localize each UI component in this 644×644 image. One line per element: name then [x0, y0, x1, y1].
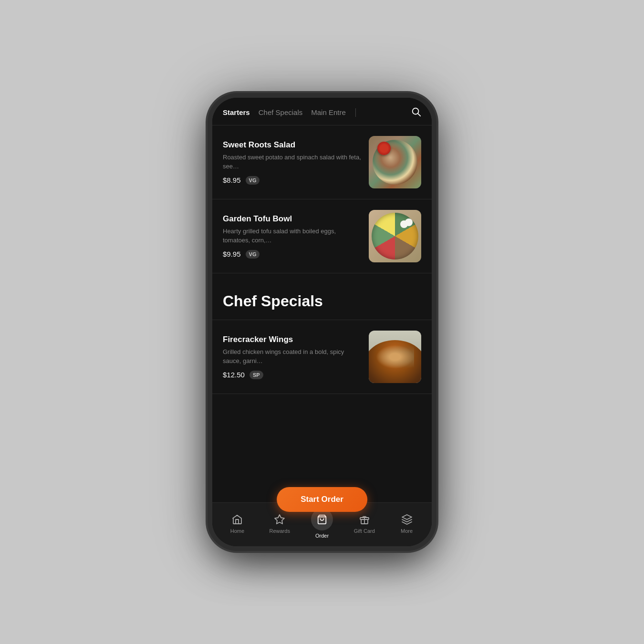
bottom-nav-item-home[interactable]: Home [223, 513, 251, 534]
item-description: Hearty grilled tofu salad with boiled eg… [223, 227, 361, 245]
bottom-spacer [212, 394, 432, 432]
wings-image-art [369, 331, 421, 383]
item-name: Firecracker Wings [223, 335, 361, 344]
bowl-image-art [369, 210, 421, 262]
item-price: $9.95 [223, 250, 241, 258]
bottom-nav-item-order[interactable]: Order [308, 509, 336, 539]
svg-marker-6 [402, 515, 412, 519]
layers-icon [401, 513, 413, 526]
gift-card-label: Gift Card [354, 528, 375, 534]
more-label: More [401, 528, 413, 534]
menu-item-firecracker-wings: Firecracker Wings Grilled chicken wings … [212, 320, 432, 394]
bottom-nav-item-gift-card[interactable]: Gift Card [350, 513, 379, 534]
search-icon [411, 106, 421, 117]
item-image-bowl[interactable] [369, 210, 421, 262]
home-icon [231, 513, 243, 526]
nav-divider [355, 108, 356, 117]
menu-item-info: Firecracker Wings Grilled chicken wings … [223, 335, 361, 379]
menu-item-garden-tofu-bowl: Garden Tofu Bowl Hearty grilled tofu sal… [212, 199, 432, 273]
menu-item-info: Garden Tofu Bowl Hearty grilled tofu sal… [223, 214, 361, 259]
salad-image-art [369, 136, 421, 188]
tab-main-entre[interactable]: Main Entre [311, 108, 346, 116]
item-tag: VG [246, 176, 260, 185]
item-image-salad[interactable] [369, 136, 421, 188]
top-nav: Starters Chef Specials Main Entre [212, 98, 432, 125]
start-order-button[interactable]: Start Order [277, 487, 367, 512]
search-button[interactable] [411, 106, 421, 118]
home-label: Home [230, 528, 244, 534]
price-row: $8.95 VG [223, 176, 361, 185]
bottom-nav-item-rewards[interactable]: Rewards [265, 513, 294, 534]
item-image-wings[interactable] [369, 331, 421, 383]
svg-line-1 [418, 114, 420, 116]
item-price: $12.50 [223, 371, 245, 379]
order-label: Order [315, 533, 329, 539]
rewards-label: Rewards [269, 528, 290, 534]
menu-item-sweet-roots-salad: Sweet Roots Salad Roasted sweet potato a… [212, 125, 432, 199]
star-icon [273, 513, 286, 526]
item-name: Garden Tofu Bowl [223, 214, 361, 224]
section-title: Chef Specials [223, 292, 421, 310]
phone-frame: Starters Chef Specials Main Entre Sweet … [212, 98, 432, 546]
gift-icon [358, 513, 371, 526]
price-row: $9.95 VG [223, 250, 361, 259]
chef-specials-section-heading: Chef Specials [212, 273, 432, 320]
tab-starters[interactable]: Starters [223, 108, 250, 116]
item-description: Roasted sweet potato and spinach salad w… [223, 153, 361, 171]
item-price: $8.95 [223, 176, 241, 184]
price-row: $12.50 SP [223, 371, 361, 379]
svg-marker-2 [275, 515, 284, 524]
item-description: Grilled chicken wings coated in a bold, … [223, 347, 361, 366]
item-name: Sweet Roots Salad [223, 140, 361, 150]
menu-scroll-area[interactable]: Sweet Roots Salad Roasted sweet potato a… [212, 125, 432, 502]
bottom-nav-item-more[interactable]: More [393, 513, 421, 534]
item-tag: SP [249, 371, 263, 379]
start-order-bar: Start Order [277, 487, 367, 512]
tab-chef-specials[interactable]: Chef Specials [259, 108, 303, 116]
item-tag: VG [246, 250, 260, 259]
menu-item-info: Sweet Roots Salad Roasted sweet potato a… [223, 140, 361, 185]
phone-screen: Starters Chef Specials Main Entre Sweet … [212, 98, 432, 546]
